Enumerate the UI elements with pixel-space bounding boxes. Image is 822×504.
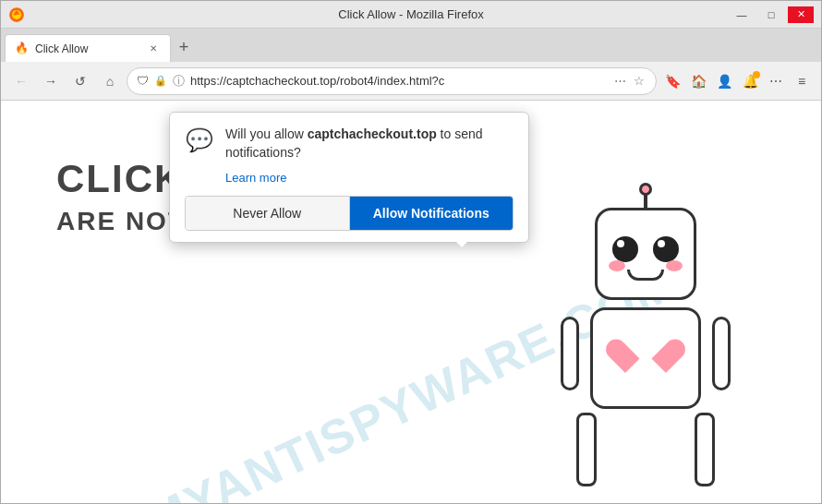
eye-shine-left — [617, 240, 624, 247]
robot-heart — [625, 340, 666, 377]
address-bar: 🛡 🔒 ⓘ ⋯ ☆ — [127, 67, 657, 95]
popup-header: 💬 Will you allow captchacheckout.top to … — [185, 126, 514, 162]
webpage: 💬 Will you allow captchacheckout.top to … — [1, 101, 821, 503]
url-input[interactable] — [190, 74, 607, 88]
learn-more-link[interactable]: Learn more — [225, 171, 514, 185]
firefox-logo — [8, 6, 25, 23]
content-area: 💬 Will you allow captchacheckout.top to … — [1, 101, 821, 503]
allow-notifications-button[interactable]: Allow Notifications — [350, 197, 514, 230]
address-bar-actions: ⋯ ☆ — [612, 72, 647, 90]
chat-bubble-icon: 💬 — [185, 126, 214, 155]
robot-body — [590, 307, 701, 409]
robot-leg-right — [695, 413, 715, 486]
security-shield-icon: 🛡 — [137, 74, 149, 88]
back-button[interactable]: ← — [8, 68, 34, 94]
popup-buttons: Never Allow Allow Notifications — [185, 196, 514, 231]
close-button[interactable]: ✕ — [788, 6, 814, 23]
reload-button[interactable]: ↺ — [67, 68, 93, 94]
titlebar: Click Allow - Mozilla Firefox — □ ✕ — [1, 1, 821, 29]
browser-window: Click Allow - Mozilla Firefox — □ ✕ 🔥 Cl… — [0, 0, 822, 504]
maximize-button[interactable]: □ — [758, 6, 784, 23]
window-title: Click Allow - Mozilla Firefox — [1, 7, 821, 21]
navbar: ← → ↺ ⌂ 🛡 🔒 ⓘ ⋯ ☆ 🔖 🏠 👤 🔔 ⋯ ≡ — [1, 62, 821, 101]
notification-button[interactable]: 🔔 — [738, 69, 762, 93]
notification-badge — [753, 71, 760, 78]
robot-mouth — [627, 270, 664, 281]
sync-button[interactable]: 👤 — [712, 69, 736, 93]
window-controls: — □ ✕ — [729, 6, 814, 23]
never-allow-button[interactable]: Never Allow — [186, 197, 350, 230]
tab-favicon: 🔥 — [15, 42, 30, 56]
new-tab-button[interactable]: + — [171, 34, 197, 60]
home-button[interactable]: ⌂ — [97, 68, 123, 94]
menu-button[interactable]: ≡ — [790, 69, 814, 93]
bookmark-icon[interactable]: ☆ — [632, 72, 647, 90]
tab-close-button[interactable]: ✕ — [146, 42, 161, 56]
toolbar-extras: 🔖 🏠 👤 🔔 ⋯ ≡ — [660, 69, 814, 93]
robot-arm-left — [561, 317, 579, 390]
robot-eye-right — [653, 236, 679, 262]
extensions-button[interactable]: ⋯ — [764, 69, 788, 93]
robot-leg-left — [576, 413, 597, 486]
tab-label: Click Allow — [35, 42, 140, 55]
popup-message: Will you allow captchacheckout.top to se… — [225, 126, 514, 162]
robot-cheek-left — [609, 260, 625, 271]
pocket-button[interactable]: 🔖 — [660, 69, 684, 93]
robot-illustration — [544, 189, 747, 503]
containers-button[interactable]: 🏠 — [686, 69, 710, 93]
notification-popup: 💬 Will you allow captchacheckout.top to … — [169, 112, 529, 243]
info-icon: ⓘ — [173, 73, 185, 90]
popup-domain: captchacheckout.top — [308, 126, 437, 141]
minimize-button[interactable]: — — [729, 6, 755, 23]
robot-head — [595, 208, 696, 300]
tabbar: 🔥 Click Allow ✕ + — [1, 29, 821, 62]
robot-cheek-right — [666, 260, 683, 271]
more-icon[interactable]: ⋯ — [612, 72, 628, 90]
forward-button[interactable]: → — [38, 68, 64, 94]
robot-arm-right — [712, 317, 731, 390]
active-tab[interactable]: 🔥 Click Allow ✕ — [5, 34, 171, 62]
eye-shine-right — [658, 240, 665, 247]
robot-eye-left — [612, 236, 638, 262]
robot-antenna-ball — [639, 183, 652, 196]
lock-icon: 🔒 — [154, 75, 167, 87]
